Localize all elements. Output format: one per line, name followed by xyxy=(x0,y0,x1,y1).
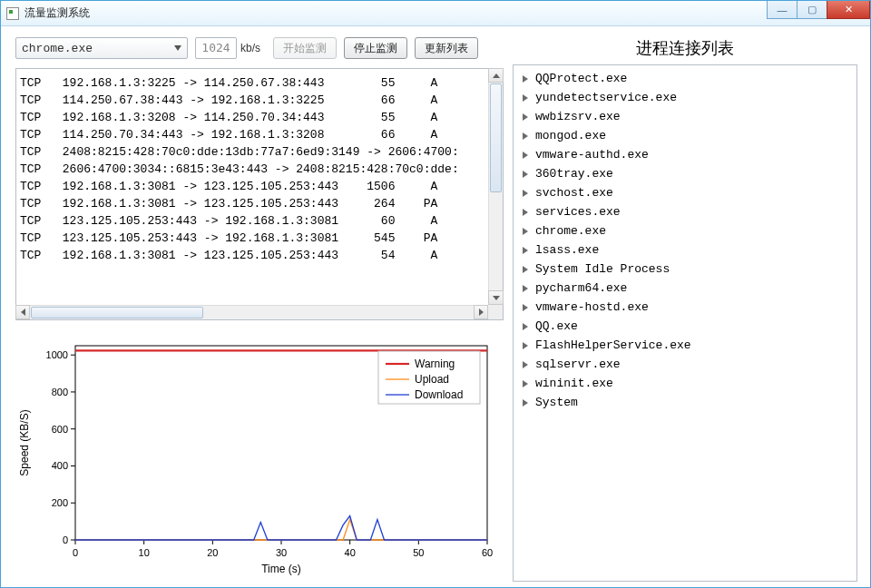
expand-icon xyxy=(523,94,528,102)
chevron-down-icon xyxy=(174,45,181,51)
process-list-title: 进程连接列表 xyxy=(513,37,857,64)
expand-icon xyxy=(523,380,528,387)
expand-icon xyxy=(523,399,528,407)
process-tree-item[interactable]: System Idle Process xyxy=(514,260,856,279)
process-tree-item-label: chrome.exe xyxy=(535,224,606,238)
svg-text:200: 200 xyxy=(52,497,68,508)
maximize-button[interactable]: ▢ xyxy=(797,1,827,19)
log-h-scrollbar[interactable] xyxy=(16,305,488,319)
process-tree-item-label: wininit.exe xyxy=(535,377,613,390)
process-select[interactable]: chrome.exe xyxy=(15,37,188,59)
threshold-input[interactable]: 1024 xyxy=(195,37,237,59)
process-tree-item[interactable]: lsass.exe xyxy=(514,240,856,260)
scroll-left-button[interactable] xyxy=(15,305,30,319)
process-tree-item-label: System xyxy=(535,396,578,409)
process-tree-item[interactable]: vmware-authd.exe xyxy=(514,145,856,164)
svg-text:50: 50 xyxy=(413,547,424,558)
process-tree-item[interactable]: sqlservr.exe xyxy=(514,355,856,374)
expand-icon xyxy=(523,285,528,292)
process-tree-item-label: QQ.exe xyxy=(535,319,578,333)
refresh-list-button[interactable]: 更新列表 xyxy=(415,37,478,59)
process-tree-item[interactable]: wwbizsrv.exe xyxy=(514,107,856,126)
process-tree-item[interactable]: wininit.exe xyxy=(514,374,856,393)
process-tree-item[interactable]: QQProtect.exe xyxy=(514,69,856,88)
svg-text:600: 600 xyxy=(52,424,68,435)
process-tree-item-label: 360tray.exe xyxy=(535,167,613,181)
svg-text:20: 20 xyxy=(207,547,218,558)
scroll-thumb[interactable] xyxy=(490,83,502,192)
process-tree[interactable]: QQProtect.exeyundetectservice.exewwbizsr… xyxy=(513,64,857,582)
expand-icon xyxy=(523,171,528,178)
expand-icon xyxy=(523,132,528,140)
svg-text:Upload: Upload xyxy=(415,373,449,386)
speed-chart: 010203040506002004006008001000Time (s)Sp… xyxy=(15,333,504,585)
scroll-up-button[interactable] xyxy=(488,68,504,83)
process-tree-item[interactable]: QQ.exe xyxy=(514,317,856,336)
expand-icon xyxy=(523,342,528,349)
stop-monitor-button[interactable]: 停止监测 xyxy=(344,37,407,59)
expand-icon xyxy=(523,75,528,83)
threshold-unit: kb/s xyxy=(240,42,260,54)
process-tree-item[interactable]: svchost.exe xyxy=(514,183,856,202)
process-tree-item[interactable]: FlashHelperService.exe xyxy=(514,336,856,355)
minimize-button[interactable]: — xyxy=(767,1,798,19)
process-tree-item[interactable]: services.exe xyxy=(514,202,856,221)
svg-text:40: 40 xyxy=(345,547,356,558)
svg-text:400: 400 xyxy=(52,460,68,471)
process-tree-item-label: wwbizsrv.exe xyxy=(535,110,621,123)
process-tree-item-label: lsass.exe xyxy=(535,243,599,257)
start-monitor-button[interactable]: 开始监测 xyxy=(273,37,337,59)
process-tree-item-label: yundetectservice.exe xyxy=(535,91,677,104)
connection-log-content: TCP 192.168.1.3:3225 -> 114.250.67.38:44… xyxy=(16,69,488,305)
titlebar[interactable]: 流量监测系统 — ▢ ✕ xyxy=(1,1,870,26)
expand-icon xyxy=(523,304,528,311)
svg-text:1000: 1000 xyxy=(46,349,68,360)
process-tree-item[interactable]: vmware-hostd.exe xyxy=(514,298,856,317)
window-title: 流量监测系统 xyxy=(24,5,90,21)
svg-text:Warning: Warning xyxy=(415,358,455,370)
svg-text:0: 0 xyxy=(73,547,78,558)
process-tree-item-label: svchost.exe xyxy=(535,186,613,200)
close-button[interactable]: ✕ xyxy=(827,1,870,19)
process-tree-item[interactable]: chrome.exe xyxy=(514,221,856,240)
log-v-scrollbar[interactable] xyxy=(488,69,503,305)
process-tree-item-label: pycharm64.exe xyxy=(535,281,627,295)
expand-icon xyxy=(523,323,528,330)
expand-icon xyxy=(523,190,528,197)
svg-text:Speed (KB/S): Speed (KB/S) xyxy=(18,409,31,475)
expand-icon xyxy=(523,152,528,159)
svg-text:Download: Download xyxy=(415,388,463,401)
connection-log[interactable]: TCP 192.168.1.3:3225 -> 114.250.67.38:44… xyxy=(15,68,504,320)
expand-icon xyxy=(523,266,528,273)
process-tree-item-label: vmware-authd.exe xyxy=(535,148,649,162)
svg-text:30: 30 xyxy=(276,547,287,558)
scroll-right-button[interactable] xyxy=(474,305,488,319)
process-tree-item-label: vmware-hostd.exe xyxy=(535,300,649,314)
client-area: chrome.exe 1024 kb/s 开始监测 停止监测 更新列表 TCP … xyxy=(6,28,865,585)
process-tree-item-label: FlashHelperService.exe xyxy=(535,338,691,352)
process-tree-item[interactable]: System xyxy=(514,393,856,412)
process-tree-item-label: QQProtect.exe xyxy=(535,72,627,85)
process-tree-item[interactable]: pycharm64.exe xyxy=(514,279,856,298)
process-tree-item[interactable]: yundetectservice.exe xyxy=(514,88,856,107)
process-tree-item-label: sqlservr.exe xyxy=(535,358,621,371)
app-icon xyxy=(6,7,19,20)
expand-icon xyxy=(523,361,528,368)
svg-text:800: 800 xyxy=(52,387,68,397)
process-select-value: chrome.exe xyxy=(22,42,93,55)
process-tree-item-label: services.exe xyxy=(535,205,621,219)
process-tree-item[interactable]: 360tray.exe xyxy=(514,164,856,183)
svg-text:0: 0 xyxy=(63,534,68,545)
scroll-corner xyxy=(488,305,503,319)
expand-icon xyxy=(523,209,528,216)
svg-text:Time (s): Time (s) xyxy=(261,563,301,575)
expand-icon xyxy=(523,247,528,254)
scroll-down-button[interactable] xyxy=(488,290,504,305)
process-tree-item-label: mongod.exe xyxy=(535,129,606,142)
expand-icon xyxy=(523,228,528,235)
h-scroll-thumb[interactable] xyxy=(31,307,203,318)
svg-text:60: 60 xyxy=(482,547,493,558)
process-tree-item[interactable]: mongod.exe xyxy=(514,126,856,145)
svg-text:10: 10 xyxy=(139,547,150,558)
process-tree-item-label: System Idle Process xyxy=(535,262,670,276)
